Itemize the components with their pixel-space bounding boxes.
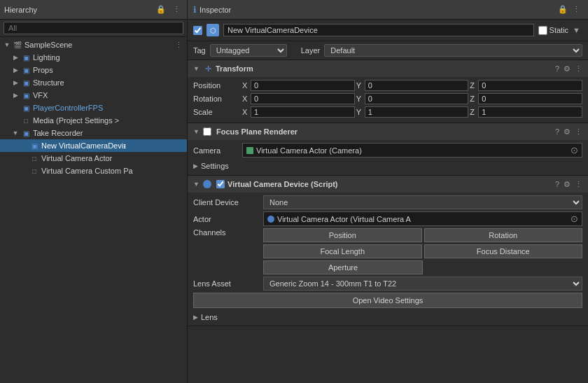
tree-item-props[interactable]: ▣ Props bbox=[0, 64, 187, 76]
scale-y-input[interactable] bbox=[365, 106, 469, 118]
client-device-dropdown[interactable]: None bbox=[263, 195, 582, 209]
lens-asset-row: Lens Asset Generic Zoom 14 - 300mm T1 to… bbox=[193, 277, 582, 291]
tree-arrow-structure bbox=[11, 78, 20, 87]
aperture-channel-btn[interactable]: Aperture bbox=[263, 260, 423, 274]
inspector-panel: ℹ Inspector 🔒 ⋮ ⬡ Static ▼ Tag Untag bbox=[188, 0, 588, 383]
transform-arrow-icon: ▼ bbox=[193, 65, 200, 72]
rotation-x-field: X bbox=[242, 93, 355, 104]
static-dropdown-btn[interactable]: ▼ bbox=[570, 25, 582, 35]
tree-item-vc-custom[interactable]: □ Virtual Camera Custom Pa bbox=[0, 165, 187, 177]
tree-item-sample-scene[interactable]: 🎬 SampleScene ⋮ bbox=[0, 39, 187, 51]
focal-length-channel-btn[interactable]: Focal Length bbox=[263, 244, 422, 258]
tree-item-structure[interactable]: ▣ Structure bbox=[0, 76, 187, 89]
focus-plane-arrow-icon: ▼ bbox=[193, 128, 200, 135]
tag-label: Tag bbox=[193, 46, 206, 55]
transform-settings-btn[interactable]: ⚙ bbox=[564, 64, 570, 74]
tree-item-vfx[interactable]: ▣ VFX bbox=[0, 89, 187, 102]
position-xyz: X Y Z bbox=[242, 80, 582, 91]
hierarchy-more-btn[interactable]: ⋮ bbox=[171, 4, 183, 15]
tree-label-media: Media (Project Settings > bbox=[33, 116, 119, 125]
tree-label-new-vc: New VirtualCameraDeviᵻ bbox=[41, 141, 126, 151]
vc-device-more-btn[interactable]: ⋮ bbox=[575, 180, 582, 189]
tree-item-take-recorder[interactable]: ▣ Take Recorder bbox=[0, 127, 187, 139]
focus-plane-more-btn[interactable]: ⋮ bbox=[575, 127, 582, 137]
inspector-more-btn[interactable]: ⋮ bbox=[570, 4, 582, 15]
cube-icon-vc-custom: □ bbox=[29, 166, 39, 176]
layer-dropdown[interactable]: Default bbox=[324, 44, 582, 57]
camera-select-btn[interactable]: ⊙ bbox=[570, 145, 578, 155]
position-z-letter: Z bbox=[470, 81, 477, 90]
vc-device-script-icon bbox=[203, 180, 211, 188]
actor-select-btn[interactable]: ⊙ bbox=[570, 214, 578, 224]
scene-icon: 🎬 bbox=[13, 40, 22, 50]
tree-item-lighting[interactable]: ▣ Lighting bbox=[0, 51, 187, 64]
tree-label-structure: Structure bbox=[33, 78, 64, 87]
scene-options-btn[interactable]: ⋮ bbox=[174, 41, 184, 50]
transform-icons-right: ? ⚙ ⋮ bbox=[555, 64, 582, 74]
focus-plane-settings-btn[interactable]: ⚙ bbox=[564, 127, 570, 137]
hierarchy-search-input[interactable] bbox=[4, 22, 183, 34]
rotation-x-input[interactable] bbox=[251, 93, 355, 104]
vc-device-body: Client Device None Actor Virtual Camera … bbox=[188, 193, 588, 326]
transform-header[interactable]: ▼ ✛ Transform ? ⚙ ⋮ bbox=[188, 60, 588, 77]
scale-x-input[interactable] bbox=[251, 106, 355, 118]
scale-z-letter: Z bbox=[470, 108, 477, 116]
position-y-input[interactable] bbox=[365, 80, 469, 91]
scale-row: Scale X Y Z bbox=[193, 106, 582, 118]
hierarchy-lock-btn[interactable]: 🔒 bbox=[154, 4, 168, 15]
settings-arrow-icon: ▶ bbox=[193, 162, 198, 169]
rotation-x-letter: X bbox=[242, 95, 249, 103]
lens-collapsible-row[interactable]: ▶ Lens bbox=[193, 310, 582, 323]
vc-device-header[interactable]: ▼ Virtual Camera Device (Script) ? ⚙ ⋮ bbox=[188, 176, 588, 193]
inspector-lock-btn[interactable]: 🔒 bbox=[558, 4, 568, 15]
static-label: Static bbox=[550, 26, 569, 34]
focus-plane-header[interactable]: ▼ Focus Plane Renderer ? ⚙ ⋮ bbox=[188, 123, 588, 140]
tag-dropdown[interactable]: Untagged bbox=[210, 44, 287, 57]
gameobject-header: ⬡ Static ▼ bbox=[188, 20, 588, 41]
tree-label-vfx: VFX bbox=[33, 91, 48, 99]
transform-more-btn[interactable]: ⋮ bbox=[575, 64, 582, 74]
camera-value-box: Virtual Camera Actor (Camera) ⊙ bbox=[242, 143, 582, 158]
tree-arrow-props bbox=[11, 66, 20, 74]
scale-label: Scale bbox=[193, 108, 242, 116]
gameobject-icon-symbol: ⬡ bbox=[210, 27, 216, 34]
gameobject-name-input[interactable] bbox=[223, 24, 534, 36]
tree-item-new-virtual-camera[interactable]: ▣ New VirtualCameraDeviᵻ bbox=[0, 139, 187, 152]
vc-device-settings-btn[interactable]: ⚙ bbox=[564, 180, 570, 189]
tree-item-media[interactable]: □ Media (Project Settings > bbox=[0, 114, 187, 127]
inspector-title-text: Inspector bbox=[200, 6, 231, 14]
tree-item-player-controller[interactable]: ▣ PlayerControllerFPS bbox=[0, 102, 187, 114]
static-checkbox[interactable] bbox=[538, 26, 547, 35]
cube-icon-new-vc: ▣ bbox=[29, 141, 39, 151]
position-x-input[interactable] bbox=[251, 80, 355, 91]
gameobject-enabled-checkbox[interactable] bbox=[193, 26, 202, 35]
focus-plane-section: ▼ Focus Plane Renderer ? ⚙ ⋮ Camera Virt… bbox=[188, 123, 588, 176]
rotation-z-letter: Z bbox=[470, 95, 477, 103]
vc-device-help-btn[interactable]: ? bbox=[555, 180, 559, 188]
tree-item-vc-actor[interactable]: □ Virtual Camera Actor bbox=[0, 152, 187, 165]
lens-asset-dropdown[interactable]: Generic Zoom 14 - 300mm T1 to T22 bbox=[263, 277, 582, 291]
tree-label-vc-custom: Virtual Camera Custom Pa bbox=[41, 167, 133, 175]
position-z-input[interactable] bbox=[478, 80, 582, 91]
static-group: Static ▼ bbox=[538, 25, 582, 35]
cube-icon-props: ▣ bbox=[21, 65, 31, 75]
focus-plane-title: Focus Plane Renderer bbox=[216, 127, 298, 136]
rotation-y-input[interactable] bbox=[365, 93, 469, 104]
position-y-letter: Y bbox=[356, 81, 363, 90]
rotation-z-input[interactable] bbox=[478, 93, 582, 104]
focus-plane-enabled-checkbox[interactable] bbox=[203, 127, 211, 136]
rotation-label: Rotation bbox=[193, 95, 242, 103]
inspector-info-icon: ℹ bbox=[193, 5, 197, 15]
position-channel-btn[interactable]: Position bbox=[263, 228, 422, 242]
focus-distance-channel-btn[interactable]: Focus Distance bbox=[424, 244, 583, 258]
cube-icon-take-recorder: ▣ bbox=[21, 128, 31, 138]
vc-device-arrow-icon: ▼ bbox=[193, 181, 200, 188]
rotation-channel-btn[interactable]: Rotation bbox=[424, 228, 583, 242]
settings-row[interactable]: ▶ Settings bbox=[193, 160, 582, 172]
open-video-settings-btn[interactable]: Open Video Settings bbox=[193, 293, 582, 308]
focus-plane-help-btn[interactable]: ? bbox=[555, 127, 559, 136]
transform-help-btn[interactable]: ? bbox=[555, 64, 559, 73]
rotation-y-letter: Y bbox=[356, 95, 363, 103]
scale-z-input[interactable] bbox=[478, 106, 582, 118]
vc-device-enabled-checkbox[interactable] bbox=[216, 180, 225, 188]
